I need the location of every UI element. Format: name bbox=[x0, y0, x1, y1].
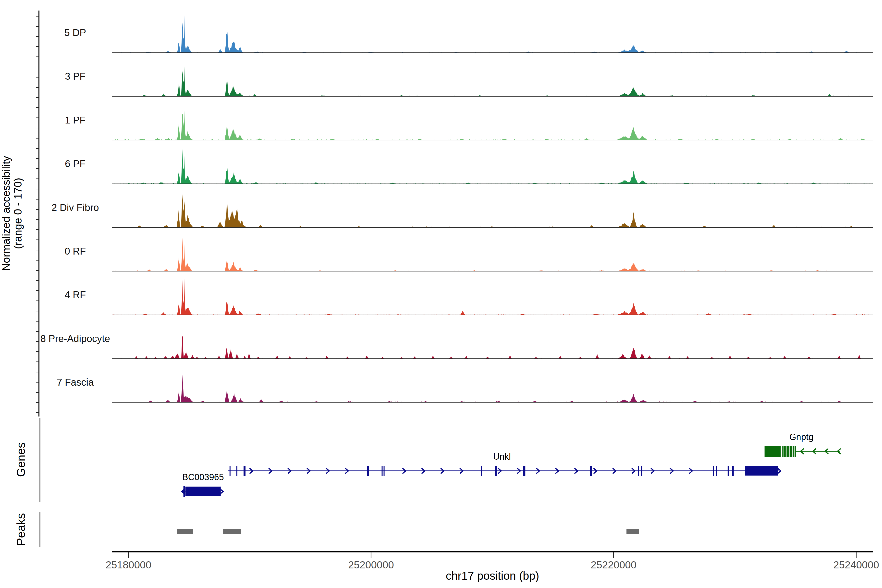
gene-gnptg: Gnptg bbox=[765, 432, 841, 457]
gene-exon bbox=[641, 466, 642, 476]
called-peak-bar bbox=[177, 529, 193, 534]
gene-label: Gnptg bbox=[789, 432, 813, 442]
gene-exon bbox=[230, 466, 231, 476]
track-label-3-pf: 3 PF bbox=[65, 71, 86, 82]
gene-exon bbox=[713, 466, 714, 476]
gene-exon bbox=[790, 446, 791, 457]
y-axis-title-line1: Normalized accessibility bbox=[0, 156, 12, 271]
signal-tracks-layer: 5 DP3 PF1 PF6 PF2 Div Fibro0 RF4 RF8 Pre… bbox=[40, 15, 873, 402]
gene-exon bbox=[590, 466, 592, 476]
gene-label: Unkl bbox=[493, 452, 511, 462]
x-axis-title: chr17 position (bp) bbox=[446, 569, 539, 582]
x-tick-label: 25180000 bbox=[106, 559, 152, 571]
gene-terminal-exon-box bbox=[745, 466, 778, 476]
gene-exon bbox=[782, 446, 783, 457]
gene-exon bbox=[523, 466, 525, 476]
gene-exon bbox=[793, 446, 794, 457]
track-label-4-rf: 4 RF bbox=[64, 290, 86, 300]
gene-exon bbox=[795, 446, 796, 457]
signal-area-5-dp bbox=[112, 15, 873, 53]
track-label-0-rf: 0 RF bbox=[64, 246, 86, 256]
gene-exon bbox=[732, 466, 734, 476]
genome-browser-canvas: 5 DP3 PF1 PF6 PF2 Div Fibro0 RF4 RF8 Pre… bbox=[0, 0, 882, 588]
genome-browser-figure: 5 DP3 PF1 PF6 PF2 Div Fibro0 RF4 RF8 Pre… bbox=[0, 0, 882, 588]
peak-calls-layer bbox=[177, 529, 639, 534]
x-tick-label: 25220000 bbox=[591, 559, 636, 571]
track-label-7-fascia: 7 Fascia bbox=[57, 377, 94, 388]
gene-exon bbox=[495, 466, 496, 476]
signal-area-3-pf bbox=[112, 66, 873, 96]
gene-exon bbox=[785, 446, 786, 457]
signal-area-6-pf bbox=[112, 149, 873, 184]
gene-exon bbox=[243, 466, 246, 476]
gene-exon bbox=[384, 466, 385, 476]
axes-layer: 25180000252000002522000025240000 bbox=[36, 10, 879, 571]
gene-exon bbox=[481, 466, 482, 476]
peaks-section-label: Peaks bbox=[15, 513, 27, 546]
called-peak-bar bbox=[627, 529, 639, 534]
gene-exon bbox=[784, 446, 785, 457]
signal-area-7-fascia bbox=[112, 375, 873, 402]
track-label-5-dp: 5 DP bbox=[64, 27, 86, 38]
gene-terminal-exon-box bbox=[186, 487, 221, 496]
track-label-6-pf: 6 PF bbox=[65, 158, 86, 169]
genes-layer: GnptgUnklBC003965 bbox=[182, 432, 841, 497]
called-peak-bar bbox=[223, 529, 241, 534]
gene-exon bbox=[183, 486, 185, 497]
gene-exon bbox=[236, 466, 237, 476]
track-label-2-div-fibro: 2 Div Fibro bbox=[51, 202, 99, 213]
track-label-8-pre-adipocyte: 8 Pre-Adipocyte bbox=[40, 333, 110, 344]
gene-exon bbox=[716, 466, 717, 476]
gene-exon bbox=[367, 466, 369, 476]
signal-area-2-div-fibro bbox=[112, 194, 873, 228]
gene-exon bbox=[791, 446, 792, 457]
y-axis-title-line2: (range 0 - 170) bbox=[12, 178, 24, 249]
gene-exon bbox=[788, 446, 789, 457]
gene-exon bbox=[638, 466, 639, 476]
signal-area-4-rf bbox=[112, 279, 873, 315]
signal-area-8-pre-adipocyte bbox=[112, 336, 873, 358]
gene-exon bbox=[787, 446, 788, 457]
genes-section-label: Genes bbox=[15, 442, 27, 477]
gene-exon bbox=[382, 466, 383, 476]
gene-unkl: Unkl bbox=[228, 452, 781, 476]
gene-terminal-exon-box bbox=[765, 446, 781, 457]
gene-bc003965: BC003965 bbox=[182, 472, 224, 497]
track-label-1-pf: 1 PF bbox=[65, 115, 86, 126]
signal-area-0-rf bbox=[112, 238, 873, 271]
gene-exon bbox=[728, 466, 729, 476]
signal-area-1-pf bbox=[112, 111, 873, 140]
gene-label: BC003965 bbox=[182, 472, 224, 482]
x-tick-label: 25200000 bbox=[348, 559, 394, 571]
x-tick-label: 25240000 bbox=[833, 559, 879, 571]
